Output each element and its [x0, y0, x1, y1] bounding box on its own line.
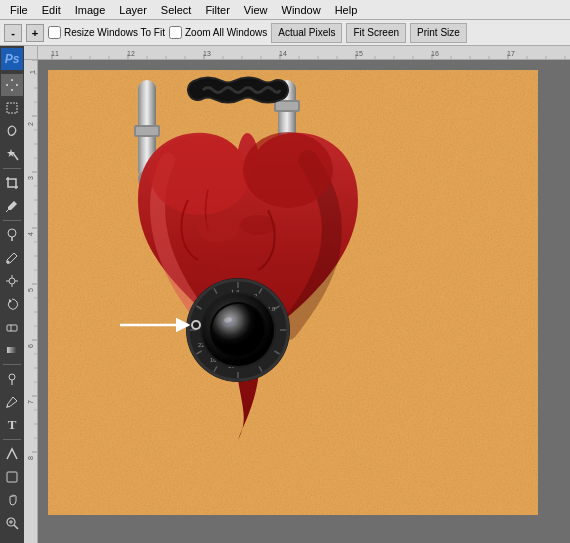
menu-image[interactable]: Image — [69, 3, 112, 17]
print-size-button[interactable]: Print Size — [410, 23, 467, 43]
svg-line-19 — [14, 525, 18, 529]
svg-text:16: 16 — [431, 50, 439, 57]
tool-brush[interactable] — [1, 247, 23, 269]
tool-path-select[interactable] — [1, 443, 23, 465]
tool-heal[interactable] — [1, 224, 23, 246]
svg-text:1: 1 — [29, 70, 36, 74]
resize-windows-checkbox[interactable]: Resize Windows To Fit — [48, 26, 165, 39]
svg-text:3: 3 — [27, 176, 34, 180]
main-area: Ps — [0, 46, 570, 543]
svg-point-109 — [243, 132, 333, 208]
canvas-svg: 1.4 2 2.8 4 5.6 8 11 16 22 — [48, 70, 538, 515]
tool-zoom[interactable] — [1, 512, 23, 534]
svg-text:15: 15 — [355, 50, 363, 57]
tool-dodge[interactable] — [1, 368, 23, 390]
tool-rect-select[interactable] — [1, 97, 23, 119]
tool-hand[interactable] — [1, 489, 23, 511]
tool-text[interactable]: T — [1, 414, 23, 436]
tool-pen[interactable] — [1, 391, 23, 413]
zoom-in-button[interactable]: + — [26, 24, 44, 42]
menu-edit[interactable]: Edit — [36, 3, 67, 17]
menu-select[interactable]: Select — [155, 3, 198, 17]
svg-text:11: 11 — [51, 50, 59, 57]
toolbar: Ps — [0, 46, 24, 543]
tool-wand[interactable] — [1, 143, 23, 165]
canvas[interactable]: 1.4 2 2.8 4 5.6 8 11 16 22 — [48, 70, 538, 515]
svg-point-10 — [9, 278, 15, 284]
svg-rect-17 — [7, 472, 17, 482]
svg-text:8: 8 — [27, 456, 34, 460]
tool-history[interactable] — [1, 293, 23, 315]
svg-text:2: 2 — [27, 122, 34, 126]
svg-rect-12 — [7, 325, 17, 331]
svg-point-9 — [7, 261, 10, 264]
menu-bar: File Edit Image Layer Select Filter View… — [0, 0, 570, 20]
menu-file[interactable]: File — [4, 3, 34, 17]
svg-point-142 — [212, 304, 264, 356]
svg-line-6 — [6, 210, 8, 212]
svg-rect-4 — [7, 103, 17, 113]
svg-point-110 — [198, 218, 238, 242]
svg-point-108 — [150, 135, 250, 215]
ruler-corner — [24, 46, 38, 60]
actual-pixels-button[interactable]: Actual Pixels — [271, 23, 342, 43]
zoom-out-button[interactable]: - — [4, 24, 22, 42]
zoom-all-checkbox[interactable]: Zoom All Windows — [169, 26, 267, 39]
tool-gradient[interactable] — [1, 339, 23, 361]
svg-text:14: 14 — [279, 50, 287, 57]
svg-text:17: 17 — [507, 50, 515, 57]
toolbar-separator-2 — [3, 220, 21, 221]
svg-point-145 — [193, 322, 199, 328]
tool-eraser[interactable] — [1, 316, 23, 338]
options-bar: - + Resize Windows To Fit Zoom All Windo… — [0, 20, 570, 46]
ps-logo: Ps — [1, 48, 23, 70]
svg-text:13: 13 — [203, 50, 211, 57]
svg-point-15 — [9, 374, 15, 380]
ruler-vertical: 1 2 3 4 5 6 7 8 — [24, 46, 38, 543]
tool-eyedropper[interactable] — [1, 195, 23, 217]
resize-windows-input[interactable] — [48, 26, 61, 39]
tool-lasso[interactable] — [1, 120, 23, 142]
svg-line-5 — [13, 153, 18, 160]
tool-shape[interactable] — [1, 466, 23, 488]
svg-rect-14 — [7, 347, 17, 353]
svg-text:5: 5 — [27, 288, 34, 292]
zoom-all-input[interactable] — [169, 26, 182, 39]
menu-help[interactable]: Help — [329, 3, 364, 17]
svg-text:12: 12 — [127, 50, 135, 57]
tool-crop[interactable] — [1, 172, 23, 194]
svg-text:6: 6 — [27, 344, 34, 348]
menu-layer[interactable]: Layer — [113, 3, 153, 17]
svg-rect-101 — [136, 127, 158, 135]
svg-rect-58 — [24, 46, 38, 543]
toolbar-separator-1 — [3, 168, 21, 169]
svg-text:7: 7 — [27, 400, 34, 404]
toolbar-separator-4 — [3, 439, 21, 440]
menu-window[interactable]: Window — [276, 3, 327, 17]
svg-text:4: 4 — [27, 232, 34, 236]
svg-rect-107 — [276, 102, 298, 110]
svg-point-111 — [240, 215, 276, 235]
menu-filter[interactable]: Filter — [199, 3, 235, 17]
ruler-horizontal: 11 12 13 14 15 16 17 — [38, 46, 570, 60]
svg-rect-22 — [38, 46, 570, 60]
canvas-wrap[interactable]: 1.4 2 2.8 4 5.6 8 11 16 22 — [38, 60, 570, 543]
toolbar-separator-3 — [3, 364, 21, 365]
tool-move[interactable] — [1, 74, 23, 96]
tool-clone[interactable] — [1, 270, 23, 292]
svg-marker-11 — [9, 299, 12, 303]
fit-screen-button[interactable]: Fit Screen — [346, 23, 406, 43]
menu-view[interactable]: View — [238, 3, 274, 17]
svg-point-7 — [8, 229, 16, 237]
canvas-area[interactable]: 11 12 13 14 15 16 17 — [24, 46, 570, 543]
